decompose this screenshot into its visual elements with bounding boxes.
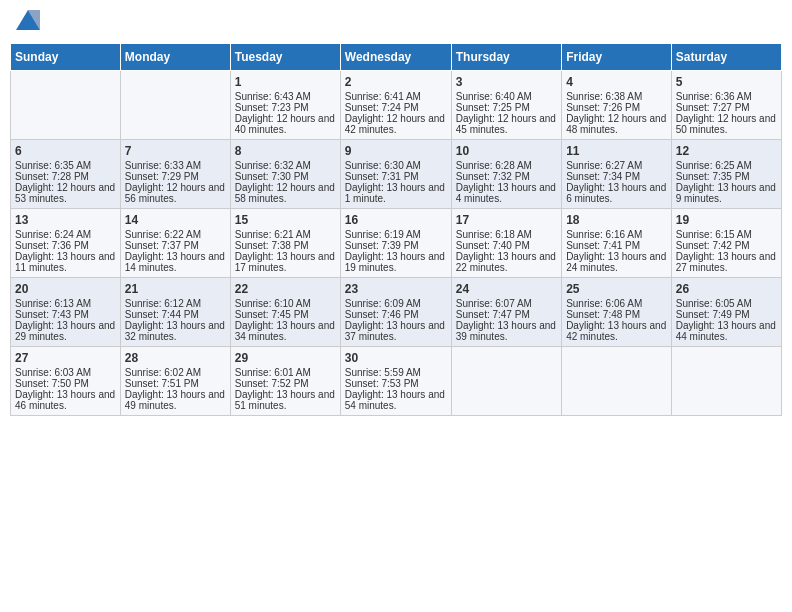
calendar-cell: 26Sunrise: 6:05 AMSunset: 7:49 PMDayligh… xyxy=(671,278,781,347)
cell-info-line: Sunrise: 6:41 AM xyxy=(345,91,447,102)
calendar-cell: 2Sunrise: 6:41 AMSunset: 7:24 PMDaylight… xyxy=(340,71,451,140)
calendar-cell: 19Sunrise: 6:15 AMSunset: 7:42 PMDayligh… xyxy=(671,209,781,278)
cell-info-line: Sunrise: 6:33 AM xyxy=(125,160,226,171)
calendar-week-4: 20Sunrise: 6:13 AMSunset: 7:43 PMDayligh… xyxy=(11,278,782,347)
day-header-saturday: Saturday xyxy=(671,44,781,71)
cell-info-line: Sunrise: 6:07 AM xyxy=(456,298,557,309)
calendar-cell: 27Sunrise: 6:03 AMSunset: 7:50 PMDayligh… xyxy=(11,347,121,416)
cell-info-line: Sunrise: 6:35 AM xyxy=(15,160,116,171)
day-number: 12 xyxy=(676,144,777,158)
cell-info-line: Daylight: 13 hours and 46 minutes. xyxy=(15,389,116,411)
cell-info-line: Sunrise: 6:13 AM xyxy=(15,298,116,309)
day-number: 17 xyxy=(456,213,557,227)
calendar-cell xyxy=(451,347,561,416)
day-number: 4 xyxy=(566,75,667,89)
day-number: 5 xyxy=(676,75,777,89)
day-number: 30 xyxy=(345,351,447,365)
cell-info-line: Sunrise: 6:09 AM xyxy=(345,298,447,309)
calendar-cell xyxy=(671,347,781,416)
cell-info-line: Sunset: 7:28 PM xyxy=(15,171,116,182)
cell-info-line: Daylight: 12 hours and 53 minutes. xyxy=(15,182,116,204)
cell-info-line: Sunset: 7:24 PM xyxy=(345,102,447,113)
calendar-cell: 9Sunrise: 6:30 AMSunset: 7:31 PMDaylight… xyxy=(340,140,451,209)
cell-info-line: Sunrise: 6:03 AM xyxy=(15,367,116,378)
calendar-cell: 18Sunrise: 6:16 AMSunset: 7:41 PMDayligh… xyxy=(562,209,672,278)
cell-info-line: Daylight: 13 hours and 17 minutes. xyxy=(235,251,336,273)
cell-info-line: Sunrise: 6:18 AM xyxy=(456,229,557,240)
cell-info-line: Sunrise: 6:15 AM xyxy=(676,229,777,240)
cell-info-line: Sunset: 7:52 PM xyxy=(235,378,336,389)
cell-info-line: Daylight: 12 hours and 50 minutes. xyxy=(676,113,777,135)
day-number: 22 xyxy=(235,282,336,296)
cell-info-line: Sunrise: 6:27 AM xyxy=(566,160,667,171)
cell-info-line: Daylight: 13 hours and 44 minutes. xyxy=(676,320,777,342)
cell-info-line: Daylight: 13 hours and 51 minutes. xyxy=(235,389,336,411)
day-number: 7 xyxy=(125,144,226,158)
day-number: 23 xyxy=(345,282,447,296)
cell-info-line: Sunset: 7:45 PM xyxy=(235,309,336,320)
day-number: 9 xyxy=(345,144,447,158)
calendar-week-3: 13Sunrise: 6:24 AMSunset: 7:36 PMDayligh… xyxy=(11,209,782,278)
calendar-cell: 16Sunrise: 6:19 AMSunset: 7:39 PMDayligh… xyxy=(340,209,451,278)
day-number: 10 xyxy=(456,144,557,158)
calendar-cell: 24Sunrise: 6:07 AMSunset: 7:47 PMDayligh… xyxy=(451,278,561,347)
cell-info-line: Sunset: 7:53 PM xyxy=(345,378,447,389)
cell-info-line: Daylight: 13 hours and 29 minutes. xyxy=(15,320,116,342)
calendar-cell xyxy=(11,71,121,140)
calendar-cell: 1Sunrise: 6:43 AMSunset: 7:23 PMDaylight… xyxy=(230,71,340,140)
day-header-thursday: Thursday xyxy=(451,44,561,71)
logo-icon xyxy=(16,10,40,30)
cell-info-line: Sunrise: 6:25 AM xyxy=(676,160,777,171)
day-number: 16 xyxy=(345,213,447,227)
cell-info-line: Daylight: 12 hours and 45 minutes. xyxy=(456,113,557,135)
calendar-cell xyxy=(562,347,672,416)
day-number: 28 xyxy=(125,351,226,365)
cell-info-line: Sunset: 7:35 PM xyxy=(676,171,777,182)
cell-info-line: Sunset: 7:31 PM xyxy=(345,171,447,182)
day-number: 25 xyxy=(566,282,667,296)
day-number: 21 xyxy=(125,282,226,296)
cell-info-line: Daylight: 13 hours and 37 minutes. xyxy=(345,320,447,342)
cell-info-line: Sunset: 7:44 PM xyxy=(125,309,226,320)
cell-info-line: Sunset: 7:48 PM xyxy=(566,309,667,320)
cell-info-line: Daylight: 13 hours and 39 minutes. xyxy=(456,320,557,342)
calendar-cell: 14Sunrise: 6:22 AMSunset: 7:37 PMDayligh… xyxy=(120,209,230,278)
cell-info-line: Sunset: 7:51 PM xyxy=(125,378,226,389)
calendar-cell: 3Sunrise: 6:40 AMSunset: 7:25 PMDaylight… xyxy=(451,71,561,140)
cell-info-line: Sunset: 7:41 PM xyxy=(566,240,667,251)
calendar-cell: 13Sunrise: 6:24 AMSunset: 7:36 PMDayligh… xyxy=(11,209,121,278)
calendar-cell: 15Sunrise: 6:21 AMSunset: 7:38 PMDayligh… xyxy=(230,209,340,278)
day-number: 2 xyxy=(345,75,447,89)
day-header-sunday: Sunday xyxy=(11,44,121,71)
cell-info-line: Sunset: 7:36 PM xyxy=(15,240,116,251)
cell-info-line: Sunset: 7:46 PM xyxy=(345,309,447,320)
cell-info-line: Sunset: 7:39 PM xyxy=(345,240,447,251)
cell-info-line: Daylight: 12 hours and 40 minutes. xyxy=(235,113,336,135)
cell-info-line: Sunrise: 6:32 AM xyxy=(235,160,336,171)
calendar-cell: 11Sunrise: 6:27 AMSunset: 7:34 PMDayligh… xyxy=(562,140,672,209)
day-number: 27 xyxy=(15,351,116,365)
cell-info-line: Sunset: 7:38 PM xyxy=(235,240,336,251)
cell-info-line: Sunrise: 6:43 AM xyxy=(235,91,336,102)
day-header-tuesday: Tuesday xyxy=(230,44,340,71)
cell-info-line: Sunrise: 6:05 AM xyxy=(676,298,777,309)
cell-info-line: Sunrise: 6:21 AM xyxy=(235,229,336,240)
day-number: 8 xyxy=(235,144,336,158)
cell-info-line: Daylight: 13 hours and 1 minute. xyxy=(345,182,447,204)
calendar-cell: 10Sunrise: 6:28 AMSunset: 7:32 PMDayligh… xyxy=(451,140,561,209)
cell-info-line: Sunset: 7:42 PM xyxy=(676,240,777,251)
calendar-cell: 22Sunrise: 6:10 AMSunset: 7:45 PMDayligh… xyxy=(230,278,340,347)
cell-info-line: Sunrise: 6:30 AM xyxy=(345,160,447,171)
cell-info-line: Daylight: 13 hours and 49 minutes. xyxy=(125,389,226,411)
calendar-cell: 29Sunrise: 6:01 AMSunset: 7:52 PMDayligh… xyxy=(230,347,340,416)
cell-info-line: Sunset: 7:27 PM xyxy=(676,102,777,113)
cell-info-line: Sunset: 7:23 PM xyxy=(235,102,336,113)
calendar-cell: 20Sunrise: 6:13 AMSunset: 7:43 PMDayligh… xyxy=(11,278,121,347)
day-number: 6 xyxy=(15,144,116,158)
day-header-friday: Friday xyxy=(562,44,672,71)
calendar-table: SundayMondayTuesdayWednesdayThursdayFrid… xyxy=(10,43,782,416)
cell-info-line: Sunrise: 6:38 AM xyxy=(566,91,667,102)
day-number: 11 xyxy=(566,144,667,158)
cell-info-line: Daylight: 13 hours and 6 minutes. xyxy=(566,182,667,204)
header xyxy=(10,10,782,35)
